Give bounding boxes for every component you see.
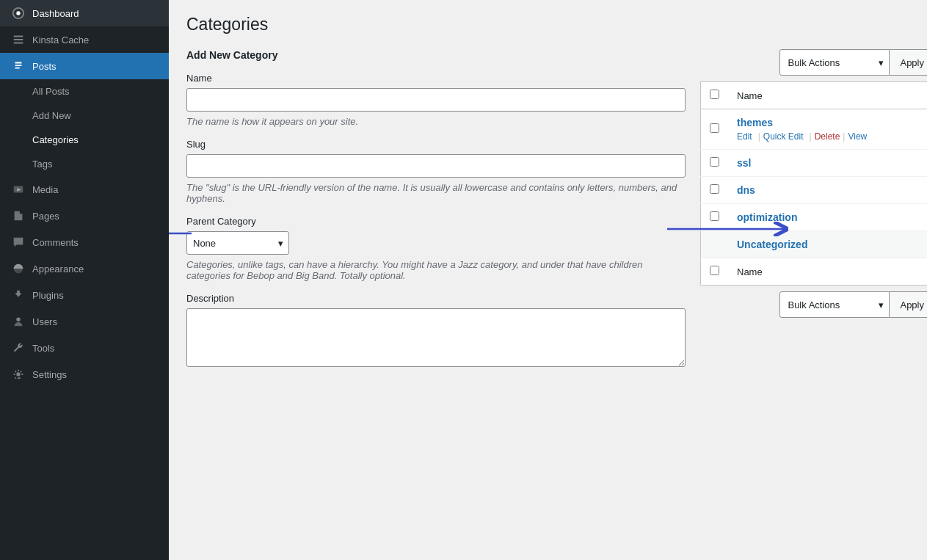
parent-category-group: Parent Category None ▾ Categories, unlik… xyxy=(186,216,686,281)
category-name-link[interactable]: optimization xyxy=(737,211,797,223)
sidebar-item-appearance[interactable]: Appearance xyxy=(0,255,169,282)
sidebar-item-tools[interactable]: Tools xyxy=(0,335,169,361)
row-checkbox[interactable] xyxy=(710,123,719,133)
slug-group: Slug The "slug" is the URL-friendly vers… xyxy=(186,139,686,204)
delete-action-link[interactable]: Delete xyxy=(815,131,840,142)
edit-action-link[interactable]: Edit xyxy=(737,131,755,142)
row-name-cell: Uncategorized xyxy=(728,231,927,258)
content-area: Add New Category Name The name is how it… xyxy=(186,49,912,381)
appearance-icon xyxy=(12,262,25,275)
table-row: ssl xyxy=(701,150,928,177)
row-checkbox[interactable] xyxy=(710,211,719,221)
category-name-link[interactable]: themes xyxy=(737,117,773,128)
bottom-bulk-actions-bar: Bulk Actions ▾ Apply xyxy=(700,291,927,318)
category-name-link[interactable]: dns xyxy=(737,184,755,196)
sidebar-item-posts[interactable]: Posts xyxy=(0,53,169,79)
category-name-link[interactable]: Uncategorized xyxy=(737,239,807,250)
description-textarea[interactable] xyxy=(186,308,686,367)
row-checkbox-cell xyxy=(701,258,729,286)
sidebar-item-settings[interactable]: Settings xyxy=(0,361,169,388)
row-name-cell: dns xyxy=(728,177,927,204)
sidebar-item-kinsta-cache[interactable]: Kinsta Cache xyxy=(0,26,169,53)
slug-description: The "slug" is the URL-friendly version o… xyxy=(186,182,686,204)
apply-button-bottom[interactable]: Apply xyxy=(890,291,927,318)
name-group: Name The name is how it appears on your … xyxy=(186,73,686,127)
name-input[interactable] xyxy=(186,88,686,112)
table-row: themes Edit | Quick Edit | Delete | View xyxy=(701,109,928,150)
dashboard-icon xyxy=(12,7,25,20)
row-checkbox[interactable] xyxy=(710,184,719,194)
top-bulk-actions-bar: Bulk Actions ▾ Apply xyxy=(700,49,927,76)
sidebar-item-label: All Posts xyxy=(32,86,70,97)
category-name-link[interactable]: ssl xyxy=(737,157,751,169)
description-label: Description xyxy=(186,293,686,304)
sidebar-item-label: Tags xyxy=(32,159,52,170)
form-title: Add New Category xyxy=(186,49,686,61)
tools-icon xyxy=(12,341,25,354)
row-checkbox-cell xyxy=(701,150,729,177)
svg-point-4 xyxy=(16,318,20,321)
sidebar-item-label: Media xyxy=(32,184,58,195)
bulk-actions-select-bottom[interactable]: Bulk Actions xyxy=(779,291,890,318)
sidebar-item-label: Settings xyxy=(32,369,67,380)
posts-submenu: All Posts Add New Categories Tags xyxy=(0,79,169,176)
plugins-icon xyxy=(12,288,25,302)
sidebar-item-users[interactable]: Users xyxy=(0,308,169,335)
sidebar-item-add-new[interactable]: Add New xyxy=(0,103,169,128)
categories-table-section: Bulk Actions ▾ Apply Name xyxy=(700,49,927,318)
action-separator: | xyxy=(843,131,845,142)
row-name-cell: themes Edit | Quick Edit | Delete | View xyxy=(728,109,927,150)
table-row: Uncategorized xyxy=(701,231,928,258)
sidebar-item-label: Categories xyxy=(32,134,79,145)
sidebar-item-comments[interactable]: Comments xyxy=(0,229,169,255)
row-checkbox[interactable] xyxy=(710,157,719,167)
slug-input[interactable] xyxy=(186,154,686,178)
sidebar-item-categories[interactable]: Categories xyxy=(0,128,169,152)
sidebar-item-dashboard[interactable]: Dashboard xyxy=(0,0,169,26)
name-column-header: Name xyxy=(728,82,927,109)
settings-icon xyxy=(12,368,25,381)
sidebar-item-label: Kinsta Cache xyxy=(32,34,89,46)
view-action-link[interactable]: View xyxy=(848,131,870,142)
sidebar-item-label: Pages xyxy=(32,211,59,222)
sidebar-item-label: Comments xyxy=(32,237,79,248)
sidebar-item-media[interactable]: Media xyxy=(0,176,169,203)
name-label: Name xyxy=(186,73,686,84)
page-title: Categories xyxy=(186,15,912,34)
bulk-actions-wrapper-bottom: Bulk Actions ▾ xyxy=(779,291,890,318)
svg-point-0 xyxy=(16,11,20,15)
bulk-actions-wrapper-top: Bulk Actions ▾ xyxy=(779,49,890,76)
table-row: Name xyxy=(701,258,928,286)
row-checkbox-cell xyxy=(701,204,729,231)
parent-select-wrapper: None ▾ xyxy=(186,231,289,255)
parent-category-select[interactable]: None xyxy=(186,231,289,255)
sidebar-item-pages[interactable]: Pages xyxy=(0,203,169,229)
sidebar-item-all-posts[interactable]: All Posts xyxy=(0,79,169,103)
row-checkbox-cell xyxy=(701,231,729,258)
action-separator: | xyxy=(810,131,812,142)
quick-edit-action-link[interactable]: Quick Edit xyxy=(763,131,807,142)
select-all-checkbox[interactable] xyxy=(710,90,719,99)
sidebar-item-tags[interactable]: Tags xyxy=(0,152,169,176)
sidebar-item-label: Dashboard xyxy=(32,8,79,19)
row-name-cell: optimization xyxy=(728,204,927,231)
bulk-actions-select-top[interactable]: Bulk Actions xyxy=(779,49,890,76)
action-separator: | xyxy=(758,131,760,142)
row-checkbox-cell xyxy=(701,177,729,204)
main-content: Categories Add New Category Name The nam… xyxy=(169,0,927,560)
comments-icon xyxy=(12,236,25,249)
slug-label: Slug xyxy=(186,139,686,150)
sidebar-item-plugins[interactable]: Plugins xyxy=(0,282,169,308)
apply-button-top[interactable]: Apply xyxy=(890,49,927,76)
sidebar-item-label: Posts xyxy=(32,61,57,72)
row-checkbox[interactable] xyxy=(710,266,719,275)
sidebar-item-label: Appearance xyxy=(32,263,84,274)
sidebar-item-label: Add New xyxy=(32,110,71,121)
sidebar: Dashboard Kinsta Cache Posts All Posts A… xyxy=(0,0,169,560)
categories-table: Name themes Edit | xyxy=(700,81,927,286)
add-category-form: Add New Category Name The name is how it… xyxy=(186,49,686,381)
name-description: The name is how it appears on your site. xyxy=(186,116,686,127)
table-row: dns xyxy=(701,177,928,204)
media-icon xyxy=(12,183,25,196)
sidebar-item-label: Plugins xyxy=(32,290,64,301)
